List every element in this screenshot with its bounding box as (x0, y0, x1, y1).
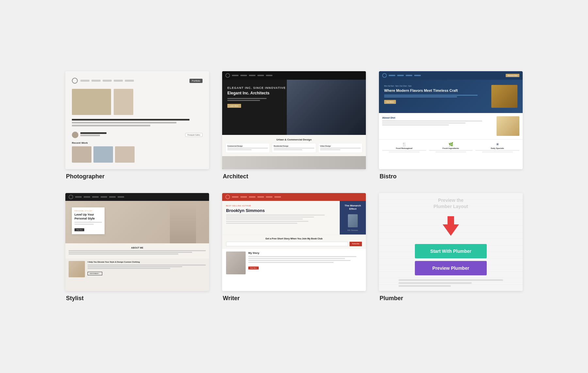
bistro-cheese-image (497, 116, 519, 136)
photographer-preview[interactable]: Portfolio Pineapple Gallery Recent Work (65, 71, 209, 169)
start-with-plumber-button[interactable]: Start With Plumber (415, 244, 487, 258)
stylist-hero: PERSONAL STYLIST Level Up Your Personal … (65, 201, 209, 243)
photographer-avatar-text (80, 132, 183, 138)
photographer-nav: Portfolio (72, 78, 203, 84)
bistro-features: 🍴 Food Reimagined 🌿 Fresh Ingredients ✳ … (379, 139, 523, 156)
writer-email-field[interactable] (226, 242, 348, 246)
bistro-hero: Mon-Sat 9am - 5pm | Sat 10am - 6pm Where… (379, 80, 523, 113)
photographer-thumb-3 (115, 146, 135, 163)
template-grid: Portfolio Pineapple Gallery Recent Work (65, 71, 523, 302)
photographer-hero-image-2 (114, 89, 133, 115)
stylist-label: Stylist (65, 295, 209, 302)
photographer-thumb-2 (93, 146, 113, 163)
card-bistro[interactable]: Reserve Now Mon-Sat 9am - 5pm | Sat 10am… (379, 71, 523, 180)
writer-subscribe-btn[interactable]: Subscribe (350, 242, 362, 246)
photographer-hero-image (72, 89, 111, 115)
bistro-logo (382, 73, 387, 78)
down-arrow-icon (441, 215, 461, 239)
bistro-nav: Reserve Now (379, 71, 523, 80)
architect-logo (225, 73, 230, 78)
photographer-logo (72, 78, 78, 84)
architect-nav (222, 71, 366, 80)
photographer-portfolio-btn: Pineapple Gallery (185, 133, 203, 137)
photographer-thumb-1 (72, 146, 91, 163)
photographer-avatar (72, 132, 78, 138)
preview-plumber-button[interactable]: Preview Plumber (415, 261, 487, 275)
photographer-nav-links (80, 80, 187, 82)
photographer-label: Photographer (65, 173, 209, 180)
card-writer[interactable]: BEST SELLING AUTHOR Brooklyn Simmons The… (222, 193, 366, 302)
architect-about: Urban & Commercial Design Commercial Des… (222, 135, 366, 156)
stylist-hero-model-image (170, 201, 196, 243)
photographer-thumbnails (72, 146, 203, 163)
architect-preview[interactable]: ELEGANT INC. SINCE INNOVATIVE Elegant In… (222, 71, 366, 169)
svg-marker-0 (443, 216, 459, 236)
card-photographer[interactable]: Portfolio Pineapple Gallery Recent Work (65, 71, 209, 180)
card-stylist[interactable]: PERSONAL STYLIST Level Up Your Personal … (65, 193, 209, 302)
photographer-avatar-row: Pineapple Gallery (72, 132, 203, 138)
photographer-text (72, 119, 203, 132)
stylist-bottom-section: I Help You Elevate Your Style & Design C… (65, 258, 209, 280)
card-plumber[interactable]: Preview thePlumber Layout Start With Plu… (379, 193, 523, 302)
stylist-logo (69, 195, 73, 199)
writer-logo (225, 195, 230, 199)
writer-story-image (226, 251, 246, 274)
architect-footer-image (222, 156, 366, 169)
photographer-recent-title: Recent Work (72, 141, 203, 144)
stylist-preview[interactable]: PERSONAL STYLIST Level Up Your Personal … (65, 193, 209, 291)
writer-nav (222, 193, 366, 201)
architect-hero: ELEGANT INC. SINCE INNOVATIVE Elegant In… (222, 80, 366, 135)
writer-signup-section: Get a Free Short Story When You Join My … (222, 235, 366, 249)
bistro-about: About Divi (379, 113, 523, 139)
writer-preview[interactable]: BEST SELLING AUTHOR Brooklyn Simmons The… (222, 193, 366, 291)
card-architect[interactable]: ELEGANT INC. SINCE INNOVATIVE Elegant In… (222, 71, 366, 180)
writer-story-section: My Story Read More (222, 249, 366, 277)
bistro-label: Bistro (379, 173, 523, 180)
architect-overlay: ELEGANT INC. SINCE INNOVATIVE Elegant In… (227, 86, 286, 108)
plumber-preview: Preview thePlumber Layout Start With Plu… (379, 193, 523, 291)
plumber-footer-decoration (399, 279, 503, 287)
plumber-content: Preview thePlumber Layout Start With Plu… (385, 197, 516, 286)
plumber-label: Plumber (379, 295, 523, 302)
writer-hero: BEST SELLING AUTHOR Brooklyn Simmons The… (222, 201, 366, 235)
bistro-hero-image (491, 85, 517, 108)
bistro-preview[interactable]: Reserve Now Mon-Sat 9am - 5pm | Sat 10am… (379, 71, 523, 169)
architect-building (287, 80, 366, 135)
stylist-nav (65, 193, 209, 201)
photographer-nav-button: Portfolio (189, 79, 203, 83)
stylist-hero-card: PERSONAL STYLIST Level Up Your Personal … (72, 207, 105, 234)
photographer-hero (72, 89, 203, 115)
writer-book-cover: The Monarch Effect B.B. Simmons (340, 201, 366, 235)
stylist-about: ABOUT ME (65, 243, 209, 258)
architect-label: Architect (222, 173, 366, 180)
writer-label: Writer (222, 295, 366, 302)
stylist-bottom-image (69, 261, 85, 277)
plumber-heading: Preview thePlumber Layout (433, 197, 468, 209)
